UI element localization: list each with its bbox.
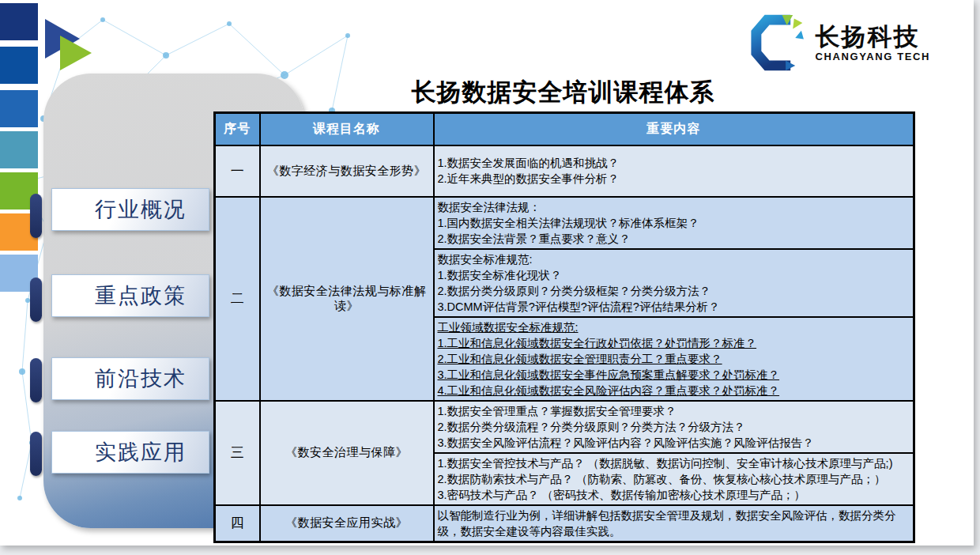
table-header-row: 序号 课程目名称 重要内容	[215, 113, 914, 145]
header-content: 重要内容	[434, 113, 914, 145]
accent-square	[0, 3, 38, 40]
sidebar-item-practical-application[interactable]: 实践应用	[51, 431, 209, 474]
nav-pill-marker	[30, 278, 42, 322]
course-name: 《数据安全应用实战》	[260, 505, 434, 542]
nav-pill-marker	[30, 358, 42, 402]
accent-square	[0, 90, 38, 127]
course-table: 序号 课程目名称 重要内容 一 《数字经济与数据安全形势》 1.数据安全发展面临…	[213, 111, 915, 543]
course-number: 四	[215, 505, 260, 542]
sidebar-item-label: 前沿技术	[95, 364, 187, 393]
nav-pill-marker	[30, 194, 42, 238]
table-row: 四 《数据安全应用实战》 以智能制造行业为例，详细讲解包括数据安全管理及规划，数…	[215, 505, 914, 542]
sidebar-item-label: 重点政策	[95, 281, 187, 310]
table-row: 一 《数字经济与数据安全形势》 1.数据安全发展面临的机遇和挑战？ 2.近年来典…	[215, 145, 914, 197]
play-triangle-icon	[60, 36, 92, 70]
header-course-name: 课程目名称	[260, 113, 434, 145]
table-row: 二 《数据安全法律法规与标准解读》 数据安全法律法规： 1.国内数据安全相关法律…	[215, 197, 914, 249]
course-content: 数据安全法律法规： 1.国内数据安全相关法律法规现状？标准体系框架？ 2.数据安…	[434, 197, 914, 249]
sidebar-item-key-policies[interactable]: 重点政策	[51, 274, 209, 317]
logo-name: 长扬科技	[816, 24, 930, 51]
sidebar-item-frontier-tech[interactable]: 前沿技术	[51, 357, 209, 400]
course-content: 1.数据安全管理重点？掌握数据安全管理要求？ 2.数据分类分级流程？分类分级原则…	[434, 401, 914, 453]
nav-pill-marker	[30, 432, 42, 476]
accent-square	[0, 131, 38, 168]
course-content: 1.数据安全发展面临的机遇和挑战？ 2.近年来典型的数据安全事件分析？	[434, 145, 914, 197]
accent-square	[0, 47, 38, 84]
course-content: 工业领域数据安全标准规范: 1.工业和信息化领域数据安全行政处罚依据？处罚情形？…	[434, 317, 914, 401]
header-no: 序号	[215, 113, 260, 145]
course-content: 1.数据安全管控技术与产品？ （数据脱敏、数据访问控制、安全审计核心技术原理与产…	[434, 453, 914, 505]
sidebar-item-industry-overview[interactable]: 行业概况	[51, 188, 209, 231]
sidebar-item-label: 行业概况	[95, 195, 187, 224]
hexagon-c-logo-icon	[748, 13, 809, 73]
slide-stage: 行业概况 重点政策 前沿技术 实践应用 长扬数据安全培训课程体系	[0, 0, 980, 555]
course-name: 《数据安全法律法规与标准解读》	[260, 197, 434, 401]
course-number: 三	[215, 401, 260, 505]
sidebar-item-label: 实践应用	[95, 438, 187, 466]
page-title: 长扬数据安全培训课程体系	[213, 76, 913, 109]
company-logo: 长扬科技 CHANGYANG TECH	[748, 13, 930, 73]
logo-subtitle: CHANGYANG TECH	[816, 51, 930, 62]
course-number: 一	[215, 145, 260, 197]
course-content: 以智能制造行业为例，详细讲解包括数据安全管理及规划，数据安全风险评估，数据分类分…	[434, 505, 914, 542]
table-row: 三 《数安全治理与保障》 1.数据安全管理重点？掌握数据安全管理要求？ 2.数据…	[215, 401, 914, 453]
course-name: 《数安全治理与保障》	[260, 401, 434, 505]
slide: 行业概况 重点政策 前沿技术 实践应用 长扬数据安全培训课程体系	[0, 0, 974, 546]
course-name: 《数字经济与数据安全形势》	[260, 145, 434, 197]
course-content: 数据安全标准规范: 1.数据安全标准化现状？ 2.数据分类分级原则？分类分级框架…	[434, 249, 914, 317]
course-number: 二	[215, 197, 260, 401]
